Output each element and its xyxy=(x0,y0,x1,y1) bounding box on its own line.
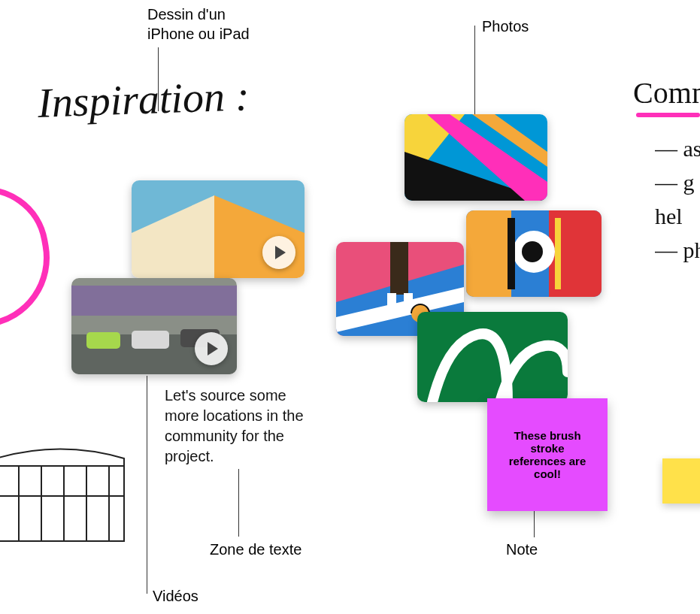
svg-rect-32 xyxy=(387,293,396,307)
svg-rect-14 xyxy=(132,331,169,349)
callout-note-line xyxy=(534,511,535,537)
handwriting-list: — as — g hel — ph xyxy=(655,132,700,267)
play-icon[interactable] xyxy=(262,236,295,269)
text-block[interactable]: Let's source some more locations in the … xyxy=(165,386,323,467)
svg-rect-13 xyxy=(86,332,120,349)
photo-thumbnail-4[interactable] xyxy=(417,312,568,402)
video-thumbnail-2[interactable] xyxy=(71,278,237,374)
callout-photos-line xyxy=(474,26,475,116)
callout-drawing-label: Dessin d'un iPhone ou iPad xyxy=(147,5,250,44)
video-thumbnail-1[interactable] xyxy=(132,180,305,278)
sticky-note-yellow[interactable] xyxy=(662,458,700,504)
svg-rect-26 xyxy=(508,218,515,289)
pink-circle-drawing xyxy=(0,177,61,338)
callout-textzone-label: Zone de texte xyxy=(210,540,302,559)
svg-point-25 xyxy=(522,241,543,262)
callout-photos-label: Photos xyxy=(482,17,529,36)
callout-note-label: Note xyxy=(506,540,538,559)
callout-textzone-line xyxy=(238,469,239,537)
callout-videos-label: Vidéos xyxy=(153,586,198,606)
photo-thumbnail-2[interactable] xyxy=(466,210,602,297)
svg-rect-33 xyxy=(404,293,413,307)
svg-rect-12 xyxy=(71,286,237,316)
sticky-note-text: These brush stroke references are cool! xyxy=(501,429,594,480)
photo-thumbnail-1[interactable] xyxy=(405,114,547,201)
handwriting-title: Inspiration : xyxy=(37,71,250,127)
handwriting-list-title: Comm xyxy=(633,75,700,110)
handwriting-underline xyxy=(636,113,700,117)
svg-rect-27 xyxy=(555,218,561,289)
sticky-note-magenta[interactable]: These brush stroke references are cool! xyxy=(487,398,608,511)
building-sketch xyxy=(0,443,128,549)
svg-rect-22 xyxy=(466,210,511,297)
callout-videos-line xyxy=(147,376,147,594)
play-icon[interactable] xyxy=(195,332,228,365)
svg-rect-31 xyxy=(390,242,408,295)
